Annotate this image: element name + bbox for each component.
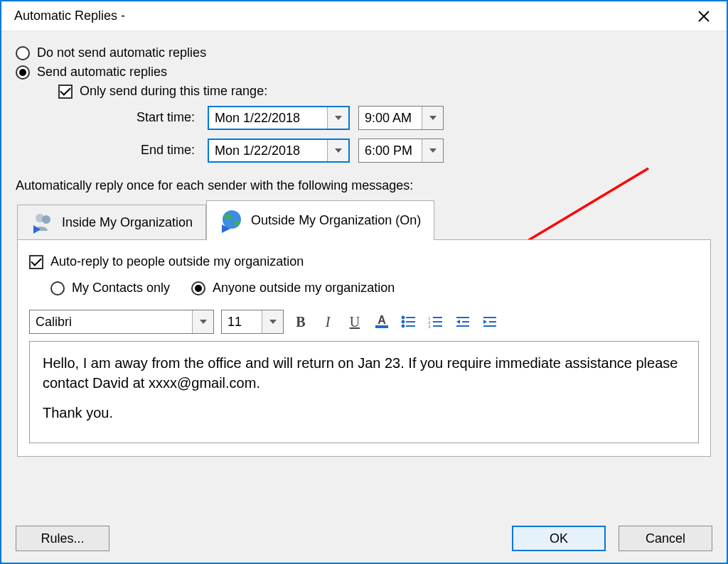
option-send[interactable]: Send automatic replies [16, 65, 712, 80]
chevron-down-icon[interactable] [422, 139, 443, 162]
tabs: Inside My Organization Outside My Organi… [17, 200, 711, 240]
end-time-label: End time: [107, 139, 199, 163]
font-family-combo[interactable]: Calibri [29, 310, 214, 334]
tab-panel-outside: Auto-reply to people outside my organiza… [17, 239, 711, 457]
outside-scope-group: My Contacts only Anyone outside my organ… [50, 276, 699, 300]
radio-icon[interactable] [16, 46, 30, 60]
cancel-button[interactable]: Cancel [619, 526, 712, 551]
numbered-list-button[interactable]: 123 [426, 312, 446, 332]
dialog-footer: Rules... OK Cancel [1, 517, 727, 563]
start-time-combo[interactable]: 9:00 AM [358, 106, 444, 130]
message-paragraph: Hello, I am away from the office and wil… [43, 353, 685, 393]
bulleted-list-button[interactable] [399, 312, 419, 332]
start-time-value: 9:00 AM [359, 107, 422, 129]
svg-text:3: 3 [428, 324, 431, 328]
window-title: Automatic Replies - [14, 9, 125, 23]
radio-icon[interactable] [191, 281, 205, 295]
svg-point-3 [402, 317, 405, 319]
close-icon[interactable] [690, 2, 718, 31]
option-send-label: Send automatic replies [37, 65, 167, 80]
end-time-combo[interactable]: 6:00 PM [358, 139, 444, 163]
only-range-label: Only send during this time range: [80, 84, 267, 99]
format-toolbar: Calibri 11 B I U A 123 [29, 310, 699, 334]
chevron-down-icon[interactable] [327, 107, 348, 129]
titlebar: Automatic Replies - [1, 1, 727, 31]
tabs-container: Inside My Organization Outside My Organi… [17, 200, 711, 457]
option-only-range[interactable]: Only send during this time range: [58, 84, 712, 99]
font-size-value: 11 [222, 310, 262, 333]
increase-indent-button[interactable] [480, 312, 500, 332]
option-anyone-outside[interactable]: Anyone outside my organization [191, 281, 395, 295]
enable-outside-autoreply[interactable]: Auto-reply to people outside my organiza… [29, 254, 699, 269]
option-my-contacts-only[interactable]: My Contacts only [50, 281, 170, 295]
checkbox-icon[interactable] [29, 255, 43, 269]
tab-outside-org[interactable]: Outside My Organization (On) [206, 200, 434, 240]
globe-icon [220, 209, 244, 233]
svg-point-1 [42, 215, 50, 224]
message-editor[interactable]: Hello, I am away from the office and wil… [29, 341, 699, 443]
dialog-content: Do not send automatic replies Send autom… [1, 31, 727, 457]
enable-outside-label: Auto-reply to people outside my organiza… [50, 254, 304, 269]
tab-inside-label: Inside My Organization [62, 215, 193, 230]
start-time-label: Start time: [107, 106, 199, 130]
chevron-down-icon[interactable] [327, 140, 348, 161]
svg-point-2 [223, 210, 241, 229]
anyone-outside-label: Anyone outside my organization [213, 281, 395, 295]
chevron-down-icon[interactable] [192, 310, 213, 333]
chevron-down-icon[interactable] [262, 310, 283, 333]
decrease-indent-button[interactable] [453, 312, 473, 332]
message-paragraph: Thank you. [43, 403, 685, 423]
rules-button[interactable]: Rules... [16, 526, 109, 551]
end-time-value: 6:00 PM [359, 139, 422, 162]
chevron-down-icon[interactable] [422, 107, 443, 129]
tab-inside-org[interactable]: Inside My Organization [17, 205, 206, 240]
font-family-value: Calibri [30, 310, 192, 333]
font-color-button[interactable]: A [372, 312, 392, 332]
option-do-not-send-label: Do not send automatic replies [37, 45, 206, 60]
start-date-combo[interactable]: Mon 1/22/2018 [208, 106, 350, 130]
italic-button[interactable]: I [318, 312, 338, 332]
option-do-not-send[interactable]: Do not send automatic replies [16, 45, 712, 60]
ok-button[interactable]: OK [512, 526, 606, 551]
svg-point-7 [402, 325, 405, 327]
start-date-value: Mon 1/22/2018 [209, 107, 327, 129]
radio-icon[interactable] [50, 281, 65, 295]
svg-point-5 [402, 321, 405, 323]
end-date-value: Mon 1/22/2018 [209, 140, 327, 161]
radio-icon[interactable] [16, 65, 30, 80]
my-contacts-label: My Contacts only [72, 281, 170, 295]
instruction-text: Automatically reply once for each sender… [16, 178, 712, 193]
end-date-combo[interactable]: Mon 1/22/2018 [208, 139, 350, 163]
time-range-grid: Start time: Mon 1/22/2018 9:00 AM End ti… [107, 106, 712, 163]
people-icon [31, 211, 55, 235]
underline-button[interactable]: U [345, 312, 365, 332]
bold-button[interactable]: B [291, 312, 311, 332]
tab-outside-label: Outside My Organization (On) [251, 213, 421, 228]
font-size-combo[interactable]: 11 [221, 310, 284, 334]
checkbox-icon[interactable] [58, 85, 73, 99]
automatic-replies-dialog: Automatic Replies - Do not send automati… [0, 0, 728, 564]
